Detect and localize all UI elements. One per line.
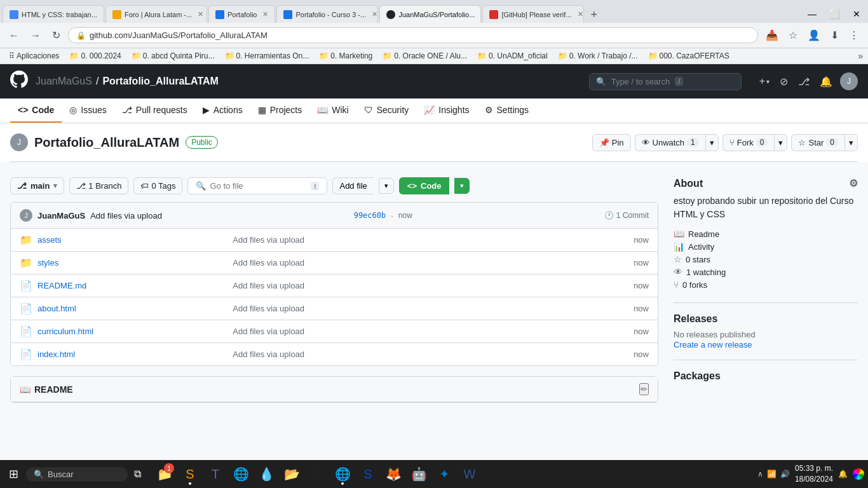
- unwatch-button[interactable]: 👁 Unwatch 1: [635, 134, 705, 151]
- new-tab-button[interactable]: +: [585, 7, 602, 23]
- repo-main: ⎇ main ▾ ⎇ 1 Branch 🏷 0 Tags 🔍 Go to fil…: [10, 177, 658, 403]
- github-logo[interactable]: [10, 71, 28, 92]
- close-icon[interactable]: ✕: [480, 10, 481, 18]
- pull-requests-icon-button[interactable]: ⎇: [796, 73, 812, 90]
- star-count: 0: [826, 138, 838, 147]
- close-icon[interactable]: ✕: [103, 10, 104, 18]
- file-name[interactable]: index.html: [37, 349, 233, 359]
- readme-link[interactable]: 📖 Readme: [674, 229, 858, 239]
- nav-security[interactable]: 🛡 Security: [356, 98, 417, 123]
- add-file-button[interactable]: Add file: [332, 177, 373, 194]
- pin-button[interactable]: 📌 Pin: [592, 134, 631, 151]
- browser-tab-3[interactable]: Portafolio - Curso 3 -... ✕: [276, 5, 378, 23]
- search-box[interactable]: 🔍 Type / to search /: [589, 73, 742, 90]
- code-button-caret[interactable]: ▾: [454, 178, 470, 194]
- browser-chrome: HTML y CSS: trabajan... ✕ Foro | Alura L…: [0, 0, 868, 64]
- back-button[interactable]: ←: [5, 27, 23, 44]
- fork-button[interactable]: ⑂ Fork 0: [722, 134, 775, 151]
- add-file-caret[interactable]: ▾: [379, 178, 394, 194]
- nav-issues[interactable]: ◎ Issues: [62, 98, 114, 123]
- insights-icon: 📈: [424, 105, 435, 115]
- history-icon: 🕐: [604, 211, 614, 220]
- branches-tag[interactable]: ⎇ 1 Branch: [69, 177, 128, 194]
- commit-count-link[interactable]: 🕐 1 Commit: [604, 211, 649, 220]
- file-row-about: 📄 about.html Add files via upload now: [11, 297, 658, 320]
- menu-button[interactable]: ⋮: [845, 27, 863, 44]
- file-name[interactable]: README.md: [37, 281, 233, 290]
- code-button[interactable]: <> Code: [399, 177, 449, 194]
- create-release-link[interactable]: Create a new release: [674, 340, 752, 349]
- maximize-button[interactable]: ⬜: [824, 8, 845, 20]
- minimize-button[interactable]: —: [803, 8, 822, 20]
- downloads-button[interactable]: ⬇: [827, 27, 843, 44]
- bookmark-000-2024[interactable]: 📁 0. 000.2024: [65, 50, 125, 62]
- chevron-down-icon: ▾: [53, 182, 57, 190]
- bookmark-work[interactable]: 📁 0. Work / Trabajo /...: [554, 50, 642, 62]
- reload-button[interactable]: ↻: [48, 27, 64, 44]
- github-search[interactable]: 🔍 Type / to search /: [589, 73, 742, 90]
- branch-select[interactable]: ⎇ main ▾: [10, 177, 64, 194]
- readme-edit-button[interactable]: ✏: [639, 383, 649, 395]
- file-name[interactable]: assets: [37, 235, 233, 245]
- file-name[interactable]: styles: [37, 258, 233, 268]
- file-name[interactable]: about.html: [37, 304, 233, 313]
- file-time: now: [623, 304, 649, 313]
- file-name[interactable]: curriculum.html: [37, 327, 233, 336]
- close-icon[interactable]: ✕: [578, 10, 583, 18]
- close-icon[interactable]: ✕: [372, 10, 377, 18]
- bookmark-oracle[interactable]: 📁 0. Oracle ONE / Alu...: [379, 50, 471, 62]
- new-button[interactable]: + ▾: [757, 73, 772, 90]
- gear-icon[interactable]: ⚙: [849, 177, 858, 189]
- star-button[interactable]: ☆ Star 0: [791, 134, 844, 151]
- nav-insights[interactable]: 📈 Insights: [416, 98, 477, 123]
- breadcrumb-user[interactable]: JuanMaGuS: [36, 76, 92, 87]
- bookmark-cazaofertas[interactable]: 📁 000. CazaOFERTAS: [644, 50, 733, 62]
- bookmark-button[interactable]: ☆: [785, 27, 801, 44]
- browser-tab-2[interactable]: Portafolio ✕: [208, 5, 275, 23]
- github-nav-icons: + ▾ ⊘ ⎇ 🔔 J: [757, 72, 858, 90]
- bookmarks-bar: ⠿ Aplicaciones 📁 0. 000.2024 📁 0. abcd Q…: [0, 48, 868, 64]
- go-to-file-button[interactable]: 🔍 Go to file t: [187, 177, 327, 194]
- tab-label: [GitHub] Please verif...: [501, 11, 571, 18]
- nav-actions[interactable]: ▶ Actions: [195, 98, 250, 123]
- bookmark-herramientas[interactable]: 📁 0. Herramientas On...: [221, 50, 313, 62]
- issues-icon: ◎: [69, 105, 77, 115]
- close-button[interactable]: ✕: [848, 8, 865, 20]
- unwatch-caret[interactable]: ▾: [705, 134, 719, 151]
- nav-pull-requests[interactable]: ⎇ Pull requests: [114, 98, 195, 123]
- cast-button[interactable]: 📥: [762, 27, 782, 44]
- close-icon[interactable]: ✕: [262, 10, 268, 18]
- watching-count[interactable]: 👁 1 watching: [674, 267, 858, 277]
- nav-settings[interactable]: ⚙ Settings: [477, 98, 537, 123]
- activity-link[interactable]: 📊 Activity: [674, 241, 858, 252]
- stars-count[interactable]: ☆ 0 stars: [674, 254, 858, 264]
- nav-code[interactable]: <> Code: [10, 98, 62, 123]
- tags-tag[interactable]: 🏷 0 Tags: [133, 177, 182, 194]
- browser-tab-5[interactable]: [GitHub] Please verif... ✕: [482, 5, 584, 23]
- forks-count[interactable]: ⑂ 0 forks: [674, 280, 858, 290]
- profile-button[interactable]: 👤: [804, 27, 824, 44]
- browser-tab-0[interactable]: HTML y CSS: trabajan... ✕: [3, 5, 104, 23]
- more-bookmarks[interactable]: »: [858, 51, 863, 61]
- bookmark-aplicaciones[interactable]: ⠿ Aplicaciones: [5, 50, 63, 62]
- avatar[interactable]: J: [840, 72, 858, 90]
- browser-tab-1[interactable]: Foro | Alura Latam -... ✕: [105, 5, 207, 23]
- nav-projects[interactable]: ▦ Projects: [250, 98, 310, 123]
- bookmark-abcd[interactable]: 📁 0. abcd Quinta Piru...: [128, 50, 219, 62]
- commit-hash[interactable]: 99ec60b: [354, 211, 386, 220]
- browser-tab-4[interactable]: JuanMaGuS/Portafolio... ✕: [379, 5, 481, 23]
- breadcrumb-repo[interactable]: Portafolio_AlluraLATAM: [102, 76, 219, 87]
- fork-caret[interactable]: ▾: [774, 134, 787, 151]
- forward-button[interactable]: →: [27, 27, 44, 44]
- address-bar[interactable]: 🔒 github.com/JuanMaGuS/Portafolio_Allura…: [68, 27, 758, 43]
- issues-button[interactable]: ⊘: [777, 73, 790, 90]
- about-description: estoy probando subir un repositorio del …: [674, 194, 858, 221]
- committer-name[interactable]: JuanMaGuS: [37, 211, 85, 220]
- repo-actions: 📌 Pin 👁 Unwatch 1 ▾ ⑂ Fork 0: [592, 134, 858, 151]
- bookmark-unadm[interactable]: 📁 0. UnADM_oficial: [473, 50, 552, 62]
- close-icon[interactable]: ✕: [198, 10, 203, 18]
- star-caret[interactable]: ▾: [844, 134, 858, 151]
- nav-wiki[interactable]: 📖 Wiki: [309, 98, 356, 123]
- bookmark-marketing[interactable]: 📁 0. Marketing: [315, 50, 376, 62]
- notifications-button[interactable]: 🔔: [817, 73, 835, 90]
